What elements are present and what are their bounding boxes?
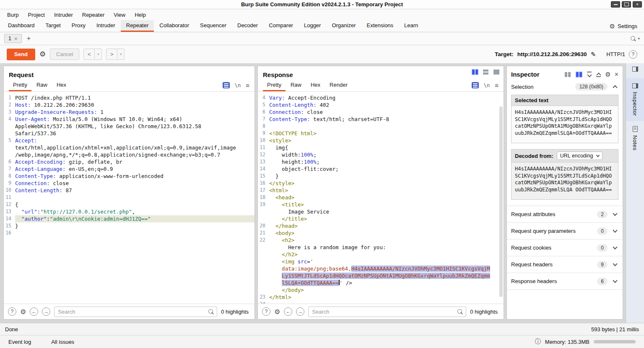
inspector-close-icon[interactable]: ×: [615, 71, 618, 78]
add-tab-button[interactable]: +: [27, 34, 31, 43]
menu-bar: BurpProjectIntruderRepeaterViewHelp: [0, 9, 644, 20]
line-number: 15: [258, 173, 269, 180]
menu-item-help[interactable]: Help: [130, 10, 151, 20]
tab-proxy[interactable]: Proxy: [66, 20, 91, 32]
tab-decoder[interactable]: Decoder: [232, 20, 263, 32]
request-tab-raw[interactable]: Raw: [32, 79, 52, 91]
maximize-button[interactable]: [622, 1, 631, 8]
next-match-icon[interactable]: →: [296, 307, 304, 316]
panel-menu-icon[interactable]: ≡: [495, 82, 499, 89]
line-number: 4: [4, 116, 15, 123]
response-tab-raw[interactable]: Raw: [286, 79, 306, 91]
inspector-section-request-query-parameters[interactable]: Request query parameters0: [507, 223, 623, 240]
menu-item-view[interactable]: View: [109, 10, 130, 20]
inspector-section-request-cookies[interactable]: Request cookies0: [507, 240, 623, 256]
collapse-all-icon[interactable]: [587, 72, 592, 77]
inspector-settings-gear-icon[interactable]: ⚙: [605, 71, 610, 77]
send-button[interactable]: Send: [7, 49, 35, 60]
response-tab-pretty[interactable]: Pretty: [263, 79, 286, 91]
inspector-layout-right-icon[interactable]: [575, 71, 583, 78]
tab-logger[interactable]: Logger: [299, 20, 326, 32]
request-tab-hex[interactable]: Hex: [52, 79, 70, 91]
request-search-input[interactable]: [55, 309, 208, 315]
tab-comparer[interactable]: Comparer: [263, 20, 299, 32]
help-icon[interactable]: ?: [8, 307, 16, 316]
line-number: 22: [258, 237, 269, 244]
search-icon: [630, 36, 636, 42]
tab-learn[interactable]: Learn: [399, 20, 423, 32]
menu-item-project[interactable]: Project: [23, 10, 49, 20]
tab-sequencer[interactable]: Sequencer: [195, 20, 232, 32]
line-number: 14: [258, 165, 269, 173]
dock-panel-icon[interactable]: [632, 67, 638, 72]
layout-columns-icon[interactable]: [471, 69, 479, 75]
response-tab-render[interactable]: Render: [325, 79, 352, 91]
layout-single-icon[interactable]: [493, 69, 500, 75]
count-badge: 6: [597, 278, 608, 285]
all-issues-button[interactable]: All issues: [51, 339, 74, 345]
tab-search[interactable]: ▾: [630, 36, 640, 42]
tab-organizer[interactable]: Organizer: [326, 20, 361, 32]
prettify-icon[interactable]: [223, 82, 230, 88]
inspector-section-request-attributes[interactable]: Request attributes2: [507, 206, 623, 223]
encoding-dropdown[interactable]: URL encoding: [557, 152, 602, 160]
tab-target[interactable]: Target: [40, 20, 66, 32]
response-search-input[interactable]: [309, 309, 457, 315]
repeater-tab-1[interactable]: 1 ×: [4, 34, 22, 43]
code-line: 6Connection: close: [258, 108, 504, 116]
inspector-layout-left-icon[interactable]: [564, 71, 571, 78]
menu-item-burp[interactable]: Burp: [3, 10, 23, 20]
next-match-icon[interactable]: →: [42, 307, 50, 316]
line-number: [4, 130, 15, 137]
close-button[interactable]: ×: [633, 1, 642, 8]
layout-rows-icon[interactable]: [482, 69, 489, 75]
tab-collaborator[interactable]: Collaborator: [154, 20, 195, 32]
line-number: 9: [4, 180, 15, 187]
expand-all-icon[interactable]: [596, 72, 601, 77]
response-scrollbar[interactable]: [499, 96, 503, 301]
edit-target-icon[interactable]: ✎: [591, 51, 596, 58]
side-tab-inspector[interactable]: Inspector: [626, 78, 644, 121]
inspector-section-response-headers[interactable]: Response headers6: [507, 273, 623, 290]
target-value: http://10.212.26.206:29630: [517, 51, 587, 57]
history-forward-dropdown[interactable]: ▾: [117, 49, 125, 60]
prev-match-icon[interactable]: ←: [30, 307, 38, 316]
tab-extensions[interactable]: Extensions: [361, 20, 399, 32]
panel-menu-icon[interactable]: ≡: [246, 82, 249, 89]
history-back-dropdown[interactable]: ▾: [95, 49, 102, 60]
event-log-button[interactable]: Event log: [8, 339, 31, 345]
code-line: 13 height:100%;: [258, 158, 504, 165]
menu-item-intruder[interactable]: Intruder: [49, 10, 78, 20]
decoded-text-value: H4sIAAAAAAAAA/NIzcnJVOhMyc3MO1HISC1KVcgs…: [512, 162, 618, 199]
response-tab-hex[interactable]: Hex: [306, 79, 325, 91]
newline-toggle-icon[interactable]: \n: [484, 82, 490, 88]
search-settings-gear-icon[interactable]: ⚙: [20, 308, 26, 316]
selection-section-header[interactable]: Selection 128 (0x80): [507, 81, 623, 95]
history-back-button[interactable]: <: [83, 49, 95, 60]
prettify-icon[interactable]: [472, 82, 479, 88]
history-forward-button[interactable]: >: [106, 49, 117, 60]
help-icon[interactable]: ?: [629, 50, 637, 59]
settings-button[interactable]: ⚙ Settings: [610, 20, 641, 32]
search-settings-gear-icon[interactable]: ⚙: [274, 308, 280, 316]
cancel-button[interactable]: Cancel: [50, 49, 79, 60]
close-tab-icon[interactable]: ×: [14, 36, 18, 42]
title-bar: Burp Suite Community Edition v2024.2.1.3…: [0, 0, 644, 9]
send-settings-gear-icon[interactable]: ⚙: [39, 50, 46, 59]
response-editor[interactable]: 4Vary: Accept-Encoding5Content-Length: 4…: [258, 92, 504, 304]
tab-dashboard[interactable]: Dashboard: [3, 20, 40, 32]
request-tab-pretty[interactable]: Pretty: [9, 79, 31, 91]
request-editor[interactable]: 1POST /index.php HTTP/1.12Host: 10.212.2…: [4, 92, 254, 304]
side-tab-notes[interactable]: Notes: [626, 121, 644, 155]
inspector-panel: Inspector ⚙ × Selection 128 (0x80) Selec…: [506, 66, 623, 320]
tab-repeater[interactable]: Repeater: [121, 20, 154, 32]
help-icon[interactable]: ?: [262, 307, 270, 316]
tab-intruder[interactable]: Intruder: [91, 20, 121, 32]
inspector-section-request-headers[interactable]: Request headers9: [507, 256, 623, 273]
history-forward-group: > ▾: [106, 49, 125, 60]
minimize-button[interactable]: [611, 1, 620, 8]
prev-match-icon[interactable]: ←: [284, 307, 292, 316]
line-number: 18: [258, 194, 269, 201]
menu-item-repeater[interactable]: Repeater: [78, 10, 109, 20]
newline-toggle-icon[interactable]: \n: [235, 82, 241, 88]
